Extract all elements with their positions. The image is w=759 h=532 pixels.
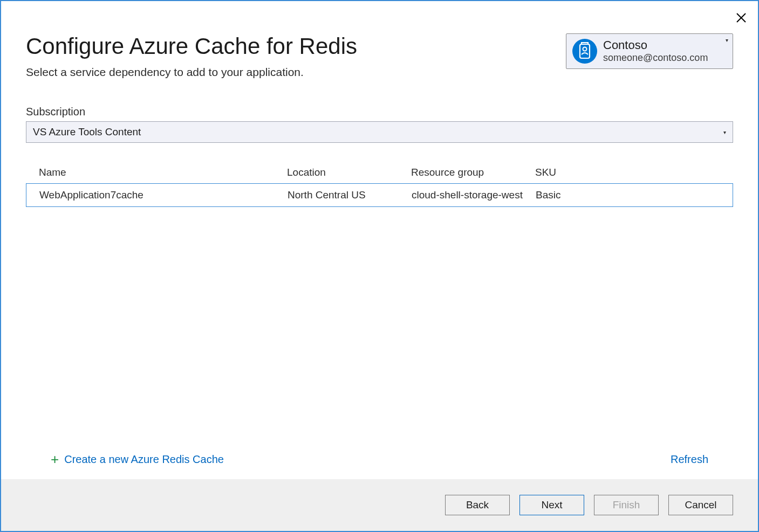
- close-button[interactable]: [736, 11, 746, 25]
- account-badge-icon: [572, 38, 598, 64]
- chevron-down-icon: ▾: [726, 37, 728, 43]
- close-icon: [736, 10, 746, 26]
- account-email: someone@contoso.com: [603, 52, 708, 64]
- cell-resource-group: cloud-shell-storage-west: [412, 189, 536, 201]
- cell-location: North Central US: [288, 189, 412, 201]
- create-new-cache-link[interactable]: + Create a new Azure Redis Cache: [51, 452, 224, 466]
- dialog-footer: Back Next Finish Cancel: [1, 479, 758, 531]
- column-header-name[interactable]: Name: [39, 167, 287, 178]
- refresh-link[interactable]: Refresh: [671, 453, 708, 466]
- column-header-resource-group[interactable]: Resource group: [411, 167, 535, 178]
- table-header-row: Name Location Resource group SKU: [26, 161, 733, 184]
- account-picker[interactable]: Contoso someone@contoso.com ▾: [566, 33, 733, 69]
- column-header-location[interactable]: Location: [287, 167, 411, 178]
- create-link-label: Create a new Azure Redis Cache: [64, 453, 224, 466]
- column-header-sku[interactable]: SKU: [535, 167, 728, 178]
- chevron-down-icon: ▾: [723, 129, 726, 135]
- table-row[interactable]: WebApplication7cache North Central US cl…: [26, 183, 733, 207]
- subscription-label: Subscription: [26, 106, 733, 118]
- subscription-selected-value: VS Azure Tools Content: [33, 126, 141, 138]
- configure-azure-cache-dialog: Configure Azure Cache for Redis Select a…: [0, 0, 759, 532]
- plus-icon: +: [51, 452, 59, 466]
- finish-button: Finish: [594, 495, 659, 515]
- next-button[interactable]: Next: [519, 495, 584, 515]
- cell-sku: Basic: [536, 189, 727, 201]
- subscription-dropdown[interactable]: VS Azure Tools Content ▾: [26, 121, 733, 143]
- account-name: Contoso: [603, 38, 708, 52]
- page-subtitle: Select a service dependency to add to yo…: [26, 66, 357, 79]
- cache-instances-table: Name Location Resource group SKU WebAppl…: [26, 161, 733, 207]
- page-title: Configure Azure Cache for Redis: [26, 33, 357, 59]
- back-button[interactable]: Back: [445, 495, 510, 515]
- cell-name: WebApplication7cache: [39, 189, 288, 201]
- cancel-button[interactable]: Cancel: [668, 495, 733, 515]
